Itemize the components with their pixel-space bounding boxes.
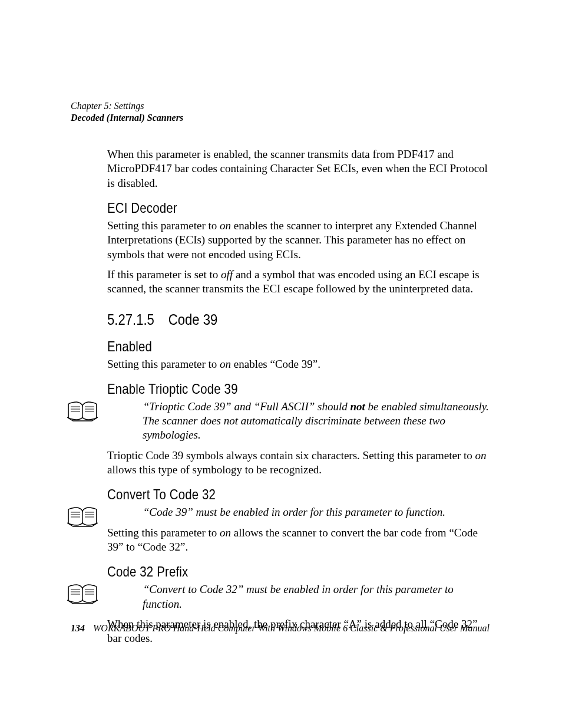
subject-label: Decoded (Internal) Scanners <box>71 112 491 124</box>
book-icon <box>66 584 99 605</box>
keyword-not: not <box>350 400 365 413</box>
note-convert32-text: Note: “Code 39” must be enabled in order… <box>107 505 491 519</box>
heading-convert-code32: Convert To Code 32 <box>107 486 434 503</box>
note-label: Note: <box>107 400 140 414</box>
page-number: 134 <box>71 623 85 633</box>
heading-code32-prefix: Code 32 Prefix <box>107 564 434 580</box>
convert32-paragraph: Setting this parameter to on allows the … <box>107 526 491 555</box>
note-label: Note: <box>107 582 140 597</box>
heading-eci-decoder: ECI Decoder <box>107 200 434 216</box>
enabled-paragraph: Setting this parameter to on enables “Co… <box>107 357 491 371</box>
book-icon <box>66 506 99 528</box>
eci-paragraph-2: If this parameter is set to off and a sy… <box>107 268 491 297</box>
note-prefix32: Note: “Convert to Code 32” must be enabl… <box>107 582 491 611</box>
section-number: 5.27.1.5 <box>107 311 154 329</box>
main-content: When this parameter is enabled, the scan… <box>107 147 491 646</box>
intro-paragraph: When this parameter is enabled, the scan… <box>107 147 491 190</box>
section-title: Code 39 <box>168 311 218 328</box>
note-trioptic: Note: “Trioptic Code 39” and “Full ASCII… <box>107 400 491 443</box>
note-label: Note: <box>107 505 140 519</box>
trioptic-paragraph: Trioptic Code 39 symbols always contain … <box>107 449 491 477</box>
note-trioptic-text: Note: “Trioptic Code 39” and “Full ASCII… <box>107 400 491 443</box>
eci-paragraph-1: Setting this parameter to on enables the… <box>107 219 491 262</box>
keyword-on: on <box>220 219 231 232</box>
note-convert32: Note: “Code 39” must be enabled in order… <box>107 505 491 519</box>
chapter-label: Chapter 5: Settings <box>71 100 491 112</box>
footer-text: WORKABOUT PRO Hand-Held Computer With Wi… <box>93 623 490 633</box>
keyword-off: off <box>221 268 233 281</box>
running-header: Chapter 5: Settings Decoded (Internal) S… <box>71 100 491 124</box>
book-icon <box>66 401 99 422</box>
page-footer: 134WORKABOUT PRO Hand-Held Computer With… <box>71 623 491 634</box>
keyword-on: on <box>220 358 231 370</box>
heading-trioptic: Enable Trioptic Code 39 <box>107 381 434 397</box>
note-prefix32-text: Note: “Convert to Code 32” must be enabl… <box>107 582 491 611</box>
heading-enabled: Enabled <box>107 338 434 355</box>
keyword-on: on <box>475 449 487 462</box>
keyword-on: on <box>220 526 231 539</box>
document-page: Chapter 5: Settings Decoded (Internal) S… <box>0 0 562 728</box>
section-heading-code39: 5.27.1.5Code 39 <box>107 311 434 329</box>
